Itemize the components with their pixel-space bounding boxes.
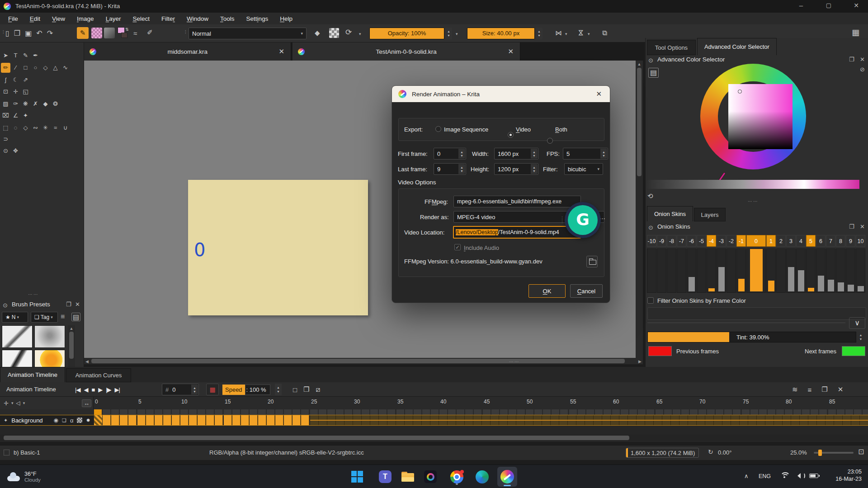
first-frame-button[interactable]: |◀ [75,386,80,393]
zoom-slider[interactable] [814,452,854,454]
onion-offset-toggle-8[interactable]: 8 [836,235,845,247]
frames-track[interactable] [94,415,868,425]
frame-strip-cell-4[interactable] [128,409,137,415]
onion-offset-toggle-10[interactable]: 10 [856,235,865,247]
ok-button[interactable]: OK [528,284,566,298]
gradient-tool[interactable]: ▨ [1,99,10,109]
measure-tool[interactable]: ∠ [11,111,20,121]
frame-strip-cell-61[interactable] [621,409,629,415]
tab-close-icon[interactable]: ✕ [278,47,284,56]
frame-strip-cell-75[interactable] [742,409,750,415]
onion-opacity-column--1[interactable] [736,249,746,293]
onion-offset-toggle--7[interactable]: -7 [677,235,686,247]
frame-strip-cell-47[interactable] [500,409,508,415]
keyframe-cell-12[interactable] [198,415,206,425]
frame-strip-cell-33[interactable] [379,409,387,415]
frame-strip-cell-21[interactable] [275,409,283,415]
onion-opacity-column-8[interactable] [836,249,845,293]
active-layer-only-icon[interactable]: ⧄ [316,385,321,394]
frame-strip-cell-45[interactable] [483,409,491,415]
frame-color-strip[interactable] [647,307,866,320]
tab-advanced-color-selector[interactable]: Advanced Color Selector [697,38,777,55]
maximize-button[interactable]: ▢ [820,2,838,8]
frame-strip-cell-85[interactable] [828,409,836,415]
enclose-fill-tool[interactable]: ❂ [51,99,60,109]
canvas-horizontal-scrollbar[interactable]: ◀ ▶ [84,358,643,364]
open-document-icon[interactable]: ❒ [14,30,20,37]
preserve-alpha-icon[interactable] [329,28,339,38]
frame-strip-cell-56[interactable] [578,409,586,415]
onion-opacity-column--9[interactable] [657,249,666,293]
opacity-spinner[interactable]: ▲▼ [445,28,452,39]
onion-offset-toggle-4[interactable]: 4 [796,235,806,247]
line-tool[interactable]: ∕ [11,63,20,73]
onion-opacity-column-6[interactable] [816,249,826,293]
video-location-input[interactable]: /Lenovo/Desktop/TestAnim-0-9-solid.mp4 [453,226,581,239]
stop-button[interactable]: ■ [91,386,94,393]
expand-chevron-icon[interactable]: ∨ [849,317,865,329]
frame-strip-cell-27[interactable] [327,409,335,415]
taskbar-edge-button[interactable] [474,469,490,485]
fill-tool[interactable]: ◆ [41,99,50,109]
acs-settings-icon[interactable]: ▤ [648,68,659,78]
radio-both-label[interactable]: Both [555,126,567,133]
onion-offset-toggle-6[interactable]: 6 [816,235,826,247]
add-layer-icon[interactable]: ✛ [4,400,9,406]
frame-strip-cell-13[interactable] [206,409,214,415]
audio-icon[interactable]: ◁ [16,400,20,406]
layer-style-icon[interactable]: ❏ [62,418,66,423]
tray-chevron-icon[interactable]: ∧ [744,473,749,479]
current-frame-spinbox[interactable]: # 0 ▲▼ [162,384,199,395]
rotation-value[interactable]: 0.00° [718,449,732,456]
timeline-scrollbar[interactable] [0,435,868,441]
frame-strip-cell-51[interactable] [534,409,542,415]
frame-strip-cell-23[interactable] [292,409,301,415]
last-frame-button[interactable]: ▶| [115,386,120,393]
held-frames-region[interactable] [310,415,868,425]
keyframe-cell-10[interactable] [180,415,189,425]
frame-strip-cell-67[interactable] [673,409,681,415]
visibility-icon[interactable]: ◉ [54,418,58,423]
radio-video-label[interactable]: Video [516,126,531,133]
sv-square[interactable] [728,84,793,149]
frame-strip-cell-22[interactable] [284,409,292,415]
select-shapes-tool[interactable]: ➤ [1,51,10,61]
text-tool[interactable]: T [11,51,20,61]
tab-close-icon[interactable]: ✕ [508,47,514,56]
undo-icon[interactable]: ↶ [36,30,42,37]
edit-shapes-tool[interactable]: ✎ [21,51,30,61]
multibrush-tool[interactable]: ☾ [11,75,20,85]
ffmpeg-input[interactable]: mpeg-6.0-essentials_build\bin\ffmpeg.exe [453,196,581,207]
audio-options-icon[interactable]: ≋ [792,385,798,394]
move-tool[interactable]: ✛ [11,87,20,97]
taskbar-teams-button[interactable]: T [377,469,393,485]
refresh-colors-icon[interactable]: ⟲ [647,192,653,199]
next-frame-button[interactable]: |▶ [106,386,111,393]
onion-opacity-column--4[interactable] [707,249,716,293]
keyframe-cell-5[interactable] [137,415,146,425]
menu-item-settings[interactable]: Settings [241,14,274,23]
frame-strip-cell-72[interactable] [716,409,724,415]
memory-widget[interactable]: 1,600 x 1,200 (74.2 MiB) [626,448,699,458]
filter-select[interactable]: bicubic▾ [564,163,603,175]
keyframe-cell-23[interactable] [292,415,301,425]
frame-strip-cell-59[interactable] [604,409,612,415]
save-icon[interactable]: ▣ [25,30,32,37]
frame-strip-cell-26[interactable] [319,409,327,415]
previous-frame-button[interactable]: ◀ [84,386,88,393]
frame-strip-cell-79[interactable] [776,409,784,415]
presets-menu-icon[interactable]: ≡ [61,313,65,320]
frame-strip-cell-89[interactable] [863,409,868,415]
canvas-vertical-scrollbar[interactable]: ▲ ▼ [636,61,643,364]
polygon-tool[interactable]: ◇ [41,63,50,73]
keyframe-cell-11[interactable] [189,415,197,425]
frame-strip-cell-30[interactable] [353,409,361,415]
speed-spinner[interactable]: ▲▼ [275,384,282,395]
onion-opacity-column-2[interactable] [776,249,786,293]
frame-strip-cell-41[interactable] [448,409,456,415]
keyframe-cell-16[interactable] [232,415,241,425]
tab-layers[interactable]: Layers [694,208,726,221]
frame-strip-cell-82[interactable] [802,409,810,415]
taskbar-chrome-button[interactable] [448,469,465,485]
keyframe-cell-24[interactable] [301,415,309,425]
